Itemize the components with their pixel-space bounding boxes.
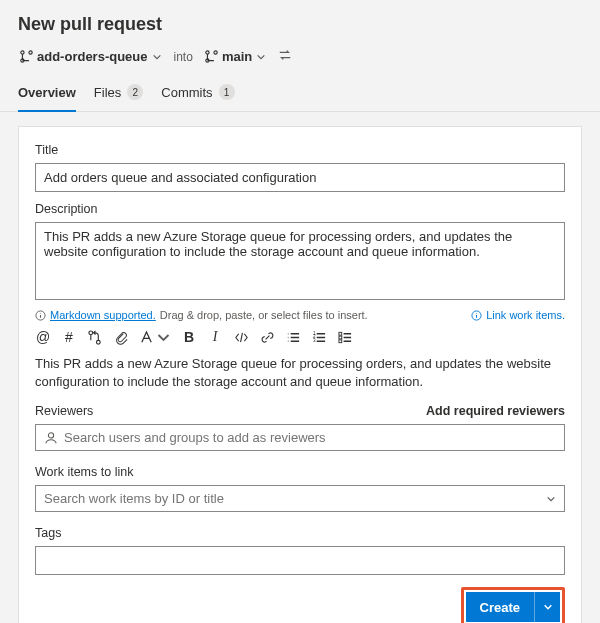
bold-icon[interactable]: B (181, 329, 197, 345)
info-icon (471, 310, 482, 321)
svg-rect-5 (338, 332, 341, 335)
create-button[interactable]: Create (466, 592, 534, 622)
mention-icon[interactable]: @ (35, 329, 51, 345)
tab-overview-label: Overview (18, 85, 76, 100)
description-textarea[interactable] (35, 222, 565, 300)
branch-selector-row: add-orders-queue into main (18, 47, 582, 66)
source-branch-name: add-orders-queue (37, 49, 148, 64)
list-ul-icon[interactable] (285, 329, 301, 345)
text-style-icon[interactable] (139, 329, 171, 345)
workitems-search[interactable] (44, 491, 546, 506)
markdown-supported-link[interactable]: Markdown supported. (50, 309, 156, 321)
description-preview: This PR adds a new Azure Storage queue f… (35, 355, 565, 390)
drag-drop-hint: Drag & drop, paste, or select files to i… (160, 309, 368, 321)
svg-text:3: 3 (312, 338, 315, 343)
person-icon (44, 431, 58, 445)
list-ol-icon[interactable]: 123 (311, 329, 327, 345)
into-label: into (174, 50, 193, 64)
reviewers-label: Reviewers (35, 404, 93, 418)
tabs: Overview Files 2 Commits 1 (0, 76, 600, 112)
target-branch-picker[interactable]: main (203, 47, 268, 66)
hash-icon[interactable]: # (61, 329, 77, 345)
chevron-down-icon (543, 602, 553, 612)
chevron-down-icon (256, 52, 266, 62)
title-label: Title (35, 143, 565, 157)
source-branch-picker[interactable]: add-orders-queue (18, 47, 164, 66)
pr-link-icon[interactable] (87, 329, 103, 345)
italic-icon[interactable]: I (207, 329, 223, 345)
description-label: Description (35, 202, 565, 216)
tags-label: Tags (35, 526, 565, 540)
create-button-dropdown[interactable] (534, 592, 560, 622)
link-icon[interactable] (259, 329, 275, 345)
tags-input[interactable] (35, 546, 565, 575)
swap-branches-icon[interactable] (278, 48, 292, 65)
svg-rect-7 (338, 339, 341, 342)
workitems-combo[interactable] (35, 485, 565, 512)
code-icon[interactable] (233, 329, 249, 345)
tab-files[interactable]: Files 2 (94, 76, 143, 112)
tab-overview[interactable]: Overview (18, 76, 76, 112)
target-branch-name: main (222, 49, 252, 64)
checklist-icon[interactable] (337, 329, 353, 345)
svg-rect-6 (338, 336, 341, 339)
link-work-items-label: Link work items. (486, 309, 565, 321)
markdown-toolbar: @ # B I 123 (35, 329, 565, 345)
reviewers-search[interactable] (64, 430, 556, 445)
tab-commits-count: 1 (219, 84, 235, 100)
description-hints: Markdown supported. Drag & drop, paste, … (35, 309, 565, 321)
attach-icon[interactable] (113, 329, 129, 345)
page-title: New pull request (18, 14, 582, 35)
svg-point-8 (48, 432, 53, 437)
reviewers-input[interactable] (35, 424, 565, 451)
tab-commits[interactable]: Commits 1 (161, 76, 234, 112)
chevron-down-icon (546, 494, 556, 504)
info-icon (35, 310, 46, 321)
form-card: Title Description Markdown supported. Dr… (18, 126, 582, 623)
tab-files-count: 2 (127, 84, 143, 100)
branch-icon (205, 50, 218, 63)
add-required-reviewers-link[interactable]: Add required reviewers (426, 404, 565, 418)
link-work-items-link[interactable]: Link work items. (471, 309, 565, 321)
tab-files-label: Files (94, 85, 121, 100)
create-button-highlight: Create (461, 587, 565, 623)
branch-icon (20, 50, 33, 63)
tab-commits-label: Commits (161, 85, 212, 100)
chevron-down-icon (152, 52, 162, 62)
title-input[interactable] (35, 163, 565, 192)
workitems-label: Work items to link (35, 465, 565, 479)
